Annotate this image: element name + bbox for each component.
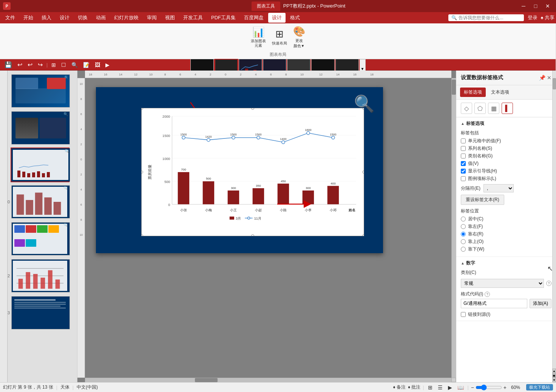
panel-icon-pentagon[interactable]: ⬠ <box>474 103 486 114</box>
category-select[interactable]: 常规 数字 货币 日期 百分比 文本 自定义 <box>461 279 544 288</box>
outline-view-btn[interactable]: ☰ <box>436 384 444 391</box>
sel-handle-tc[interactable] <box>251 108 254 110</box>
menu-design[interactable]: 设计 <box>56 13 73 23</box>
menu-file[interactable]: 文件 <box>2 13 19 23</box>
close-button[interactable]: ✕ <box>542 2 553 10</box>
menu-animation[interactable]: 动画 <box>92 13 110 23</box>
value-label[interactable]: 值(V) <box>468 160 479 167</box>
bottom-radio[interactable] <box>461 247 466 252</box>
series-name-checkbox[interactable] <box>461 146 466 151</box>
panel-scrollbar[interactable] <box>552 71 556 382</box>
legend-key-checkbox[interactable] <box>461 176 466 181</box>
chart-tools-tab[interactable]: 图表工具 <box>252 2 280 11</box>
qa-btn-5[interactable]: ☐ <box>60 61 68 69</box>
slide-item-10[interactable]: 10 🔍 <box>11 184 70 219</box>
panel-icon-grid[interactable]: ▦ <box>488 103 499 114</box>
slide-item-7[interactable]: 7 🔍 <box>11 74 70 108</box>
comments-btn[interactable]: ♦ 批注 <box>408 384 420 390</box>
undo-quick-btn2[interactable]: ↩ <box>26 60 34 69</box>
qa-btn-7[interactable]: 📝 <box>82 61 91 69</box>
menu-view[interactable]: 视图 <box>161 13 179 23</box>
notes-btn[interactable]: ♦ 备注 <box>393 384 405 390</box>
menu-home[interactable]: 开始 <box>20 13 37 23</box>
center-label[interactable]: 居中(C) <box>468 216 483 222</box>
leader-lines-label[interactable]: 显示引导线(H) <box>468 168 497 174</box>
panel-scroll-mid-btn[interactable]: ▣ <box>552 373 556 378</box>
reset-label-button[interactable]: 重设标签文本(R) <box>461 195 504 205</box>
redo-quick-btn[interactable]: ↪ <box>36 60 44 69</box>
change-color-button[interactable]: 🎨 更改颜色▼ <box>291 24 307 50</box>
sel-handle-bc[interactable] <box>251 234 254 236</box>
save-quick-btn[interactable]: 💾 <box>3 60 14 69</box>
panel-close-icon[interactable]: ✕ <box>547 75 551 81</box>
canvas-scroll-v[interactable] <box>451 78 456 378</box>
menu-developer[interactable]: 开发工具 <box>179 13 207 23</box>
label-options-header[interactable]: ▲ 标签选项 <box>461 120 551 127</box>
minimize-button[interactable]: ─ <box>518 2 529 10</box>
panel-icon-bar[interactable]: ▌ <box>502 103 513 114</box>
slide-item-13[interactable]: 13 <box>11 295 70 330</box>
add-chart-element-button[interactable]: 📊 添加图表元素 <box>249 25 268 49</box>
sel-handle-mr[interactable] <box>362 171 364 174</box>
value-checkbox[interactable] <box>461 161 466 166</box>
panel-pin-icon[interactable]: 📌 <box>539 75 545 81</box>
category-name-label[interactable]: 类别名称(G) <box>468 153 493 159</box>
linked-source-checkbox[interactable] <box>461 312 466 317</box>
category-name-checkbox[interactable] <box>461 154 466 158</box>
undo-quick-btn[interactable]: ↩ <box>16 60 24 69</box>
sel-handle-bl[interactable] <box>141 234 143 236</box>
left-label[interactable]: 靠左(F) <box>468 223 483 230</box>
zoom-out-btn[interactable]: − <box>471 384 474 390</box>
qa-btn-9[interactable]: ▶ <box>104 61 111 69</box>
normal-view-btn[interactable]: ⊞ <box>426 384 434 391</box>
qa-btn-4[interactable]: ⊞ <box>50 61 57 69</box>
slide-item-9[interactable]: 9 🔍 <box>11 148 70 182</box>
menu-review[interactable]: 审阅 <box>143 13 161 23</box>
menu-chart-design[interactable]: 设计 <box>268 13 286 23</box>
cell-value-checkbox[interactable] <box>461 138 466 143</box>
top-radio[interactable] <box>461 239 466 244</box>
zoom-in-btn[interactable]: + <box>503 384 507 390</box>
format-code-input[interactable] <box>461 299 527 308</box>
qa-btn-8[interactable]: 🖼 <box>93 61 102 69</box>
sel-handle-tl[interactable] <box>141 108 143 110</box>
canvas-scroll-h[interactable] <box>85 378 451 382</box>
qa-btn-6[interactable]: 🔍 <box>70 61 79 69</box>
sel-handle-ml[interactable] <box>141 171 143 174</box>
sel-handle-br[interactable] <box>362 234 364 236</box>
menu-pdf[interactable]: PDF工具集 <box>207 13 239 23</box>
tab-text-options[interactable]: 文本选项 <box>487 88 513 97</box>
slide-item-11[interactable]: * 🔍 <box>11 221 70 256</box>
share-button[interactable]: ♠ 共享 <box>541 14 554 21</box>
series-name-label[interactable]: 系列名称(S) <box>468 145 492 152</box>
chart-container[interactable]: 票房前量 0 500 1000 1500 2000 <box>141 108 364 236</box>
linked-source-label[interactable]: 链接到源(I) <box>468 311 490 318</box>
panel-icon-shape[interactable]: ◇ <box>461 103 472 114</box>
format-code-info-icon[interactable]: ? <box>485 292 490 297</box>
center-radio[interactable] <box>461 217 466 221</box>
tab-label-options[interactable]: 标签选项 <box>460 88 486 97</box>
cell-value-label[interactable]: 单元格中的值(F) <box>468 138 501 144</box>
menu-baidu[interactable]: 百度网盘 <box>240 13 267 23</box>
slide-item-12[interactable]: 12 <box>11 258 70 293</box>
number-section-header[interactable]: ▲ 数字 <box>461 260 551 266</box>
menu-transition[interactable]: 切换 <box>74 13 91 23</box>
menu-insert[interactable]: 插入 <box>38 13 55 23</box>
sel-handle-tr[interactable] <box>362 108 364 110</box>
legend-key-label[interactable]: 图例项标示(L) <box>468 175 496 182</box>
zoom-level[interactable]: 60% <box>508 385 520 390</box>
panel-scroll-up-btn[interactable]: ▲ <box>552 369 556 373</box>
category-info-icon[interactable]: ? <box>546 281 551 286</box>
menu-slideshow[interactable]: 幻灯片放映 <box>110 13 142 23</box>
right-radio[interactable] <box>461 232 466 237</box>
reading-view-btn[interactable]: 📖 <box>456 384 465 391</box>
maximize-button[interactable]: □ <box>530 2 541 10</box>
left-radio[interactable] <box>461 224 466 229</box>
search-input[interactable] <box>459 15 515 20</box>
panel-scroll-down-btn[interactable]: ▼ <box>552 378 556 382</box>
quick-layout-button[interactable]: ⊞ 快速布局 <box>270 27 289 48</box>
slide-item-8[interactable]: 8 🔍 <box>11 111 70 145</box>
login-link[interactable]: 登录 <box>528 14 537 21</box>
bottom-label[interactable]: 靠下(W) <box>468 246 484 252</box>
top-label[interactable]: 靠上(O) <box>468 238 483 245</box>
